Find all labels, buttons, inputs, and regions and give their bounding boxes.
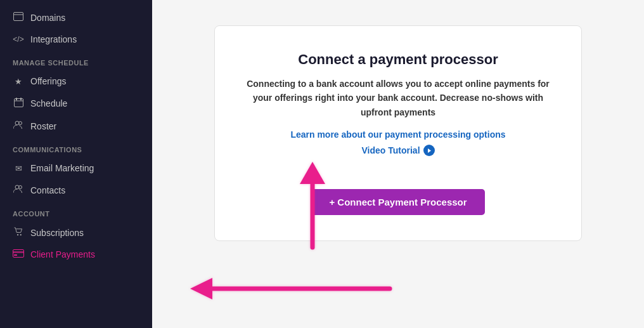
sidebar-item-schedule[interactable]: Schedule [0, 92, 152, 115]
svg-rect-14 [14, 254, 17, 256]
sidebar-item-label: Email Marketing [30, 163, 94, 173]
sidebar-item-client-payments[interactable]: Client Payments [0, 244, 152, 265]
svg-rect-12 [13, 250, 24, 258]
sidebar-item-label: Contacts [30, 185, 65, 195]
svg-point-10 [17, 234, 18, 235]
sidebar-item-integrations[interactable]: </> Integrations [0, 29, 152, 50]
svg-rect-4 [16, 98, 17, 100]
play-icon [423, 145, 435, 156]
svg-rect-13 [13, 251, 24, 253]
contacts-icon [13, 185, 24, 195]
svg-rect-0 [14, 13, 23, 21]
video-tutorial-label: Video Tutorial [361, 145, 420, 155]
code-icon: </> [13, 35, 24, 44]
sidebar-item-offerings[interactable]: ★ Offerings [0, 70, 152, 92]
domain-icon [13, 12, 24, 23]
card-description: Connecting to a bank account allows you … [247, 77, 550, 119]
sidebar-item-domains[interactable]: Domains [0, 6, 152, 29]
sidebar-item-label: Domains [30, 13, 65, 23]
learn-more-link[interactable]: Learn more about our payment processing … [247, 129, 550, 140]
section-manage-schedule: Manage Schedule [0, 50, 152, 70]
video-tutorial-link[interactable]: Video Tutorial [361, 145, 434, 156]
sidebar-item-label: Subscriptions [30, 228, 84, 238]
sidebar-item-roster[interactable]: Roster [0, 115, 152, 137]
sidebar: Domains </> Integrations Manage Schedule… [0, 0, 152, 328]
sidebar-item-label: Offerings [30, 76, 67, 86]
envelope-icon: ✉ [13, 164, 24, 173]
sidebar-item-label: Client Payments [30, 249, 95, 259]
svg-marker-15 [428, 148, 431, 153]
card-title: Connect a payment processor [247, 51, 550, 68]
svg-point-11 [20, 234, 22, 235]
svg-rect-5 [20, 98, 22, 100]
people-icon [13, 121, 24, 131]
sidebar-item-label: Integrations [30, 34, 77, 44]
svg-marker-19 [190, 278, 212, 299]
star-icon: ★ [13, 77, 24, 86]
sidebar-item-label: Schedule [30, 98, 67, 108]
credit-card-icon [13, 249, 24, 259]
section-account: Account [0, 201, 152, 221]
sidebar-item-subscriptions[interactable]: Subscriptions [0, 221, 152, 244]
section-communications: Communications [0, 137, 152, 157]
calendar-icon [13, 98, 24, 109]
sidebar-item-label: Roster [30, 121, 56, 131]
sidebar-item-email-marketing[interactable]: ✉ Email Marketing [0, 157, 152, 179]
main-content: Connect a payment processor Connecting t… [152, 0, 644, 328]
cart-icon [13, 227, 24, 238]
sidebar-item-contacts[interactable]: Contacts [0, 179, 152, 201]
connect-payment-processor-button[interactable]: + Connect Payment Processor [311, 189, 484, 215]
svg-rect-2 [14, 99, 23, 107]
payment-processor-card: Connect a payment processor Connecting t… [214, 25, 582, 241]
